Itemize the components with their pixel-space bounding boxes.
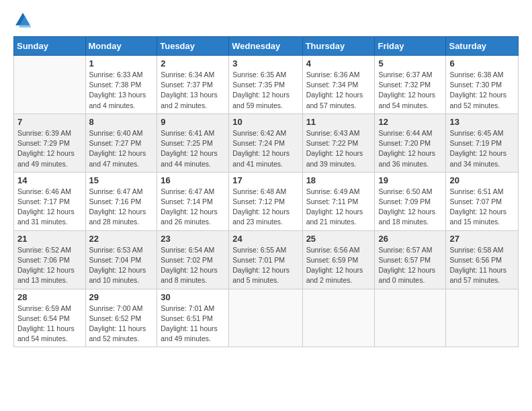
col-header-thursday: Thursday (302, 37, 375, 56)
calendar-cell: 14Sunrise: 6:46 AMSunset: 7:17 PMDayligh… (14, 172, 86, 230)
calendar-week-row: 14Sunrise: 6:46 AMSunset: 7:17 PMDayligh… (14, 172, 519, 230)
logo-icon (13, 11, 32, 30)
sun-info: Sunrise: 6:53 AMSunset: 7:04 PMDaylight:… (89, 245, 154, 286)
day-number: 30 (161, 292, 225, 302)
calendar-cell: 13Sunrise: 6:45 AMSunset: 7:19 PMDayligh… (446, 113, 519, 172)
header (13, 11, 519, 30)
calendar-cell: 16Sunrise: 6:47 AMSunset: 7:14 PMDayligh… (157, 172, 229, 230)
sun-info: Sunrise: 6:42 AMSunset: 7:24 PMDaylight:… (232, 128, 298, 169)
day-number: 13 (449, 117, 515, 127)
col-header-friday: Friday (375, 37, 446, 56)
calendar-header-row: SundayMondayTuesdayWednesdayThursdayFrid… (14, 37, 519, 56)
calendar-cell: 29Sunrise: 7:00 AMSunset: 6:52 PMDayligh… (85, 289, 157, 347)
sun-info: Sunrise: 6:40 AMSunset: 7:27 PMDaylight:… (89, 128, 154, 169)
sun-info: Sunrise: 6:52 AMSunset: 7:06 PMDaylight:… (17, 245, 82, 286)
day-number: 27 (449, 234, 515, 244)
day-number: 22 (89, 234, 154, 244)
calendar-cell (375, 289, 446, 347)
calendar-cell: 30Sunrise: 7:01 AMSunset: 6:51 PMDayligh… (157, 289, 229, 347)
calendar-cell: 25Sunrise: 6:56 AMSunset: 6:59 PMDayligh… (302, 230, 375, 289)
sun-info: Sunrise: 6:47 AMSunset: 7:14 PMDaylight:… (161, 187, 225, 228)
day-number: 9 (161, 117, 225, 127)
sun-info: Sunrise: 6:51 AMSunset: 7:07 PMDaylight:… (449, 187, 515, 228)
calendar-cell: 17Sunrise: 6:48 AMSunset: 7:12 PMDayligh… (229, 172, 302, 230)
day-number: 20 (449, 175, 515, 185)
sun-info: Sunrise: 6:45 AMSunset: 7:19 PMDaylight:… (449, 128, 515, 169)
day-number: 2 (161, 58, 225, 68)
day-number: 23 (161, 234, 225, 244)
calendar-cell: 12Sunrise: 6:44 AMSunset: 7:20 PMDayligh… (375, 113, 446, 172)
sun-info: Sunrise: 7:01 AMSunset: 6:51 PMDaylight:… (161, 304, 225, 345)
day-number: 16 (161, 175, 225, 185)
calendar-cell: 20Sunrise: 6:51 AMSunset: 7:07 PMDayligh… (446, 172, 519, 230)
calendar-cell: 6Sunrise: 6:38 AMSunset: 7:30 PMDaylight… (446, 56, 519, 114)
sun-info: Sunrise: 6:37 AMSunset: 7:32 PMDaylight:… (378, 70, 442, 111)
sun-info: Sunrise: 6:50 AMSunset: 7:09 PMDaylight:… (378, 187, 442, 228)
sun-info: Sunrise: 6:33 AMSunset: 7:38 PMDaylight:… (89, 70, 154, 111)
day-number: 26 (378, 234, 442, 244)
page: SundayMondayTuesdayWednesdayThursdayFrid… (0, 0, 532, 411)
sun-info: Sunrise: 6:49 AMSunset: 7:11 PMDaylight:… (306, 187, 371, 228)
day-number: 18 (306, 175, 371, 185)
sun-info: Sunrise: 6:55 AMSunset: 7:01 PMDaylight:… (232, 245, 298, 286)
sun-info: Sunrise: 6:48 AMSunset: 7:12 PMDaylight:… (232, 187, 298, 228)
calendar-cell: 1Sunrise: 6:33 AMSunset: 7:38 PMDaylight… (85, 56, 157, 114)
calendar: SundayMondayTuesdayWednesdayThursdayFrid… (13, 36, 519, 347)
day-number: 4 (306, 58, 371, 68)
day-number: 25 (306, 234, 371, 244)
calendar-week-row: 28Sunrise: 6:59 AMSunset: 6:54 PMDayligh… (14, 289, 519, 347)
sun-info: Sunrise: 7:00 AMSunset: 6:52 PMDaylight:… (89, 304, 154, 345)
sun-info: Sunrise: 6:59 AMSunset: 6:54 PMDaylight:… (17, 304, 82, 345)
sun-info: Sunrise: 6:36 AMSunset: 7:34 PMDaylight:… (306, 70, 371, 111)
day-number: 17 (232, 175, 298, 185)
day-number: 15 (89, 175, 154, 185)
day-number: 11 (306, 117, 371, 127)
day-number: 29 (89, 292, 154, 302)
day-number: 12 (378, 117, 442, 127)
calendar-cell (446, 289, 519, 347)
sun-info: Sunrise: 6:54 AMSunset: 7:02 PMDaylight:… (161, 245, 225, 286)
calendar-cell: 24Sunrise: 6:55 AMSunset: 7:01 PMDayligh… (229, 230, 302, 289)
sun-info: Sunrise: 6:35 AMSunset: 7:35 PMDaylight:… (232, 70, 298, 111)
sun-info: Sunrise: 6:57 AMSunset: 6:57 PMDaylight:… (378, 245, 442, 286)
col-header-saturday: Saturday (446, 37, 519, 56)
calendar-week-row: 1Sunrise: 6:33 AMSunset: 7:38 PMDaylight… (14, 56, 519, 114)
sun-info: Sunrise: 6:41 AMSunset: 7:25 PMDaylight:… (161, 128, 225, 169)
sun-info: Sunrise: 6:46 AMSunset: 7:17 PMDaylight:… (17, 187, 82, 228)
calendar-cell: 18Sunrise: 6:49 AMSunset: 7:11 PMDayligh… (302, 172, 375, 230)
day-number: 1 (89, 58, 154, 68)
day-number: 6 (449, 58, 515, 68)
day-number: 8 (89, 117, 154, 127)
day-number: 21 (17, 234, 82, 244)
sun-info: Sunrise: 6:38 AMSunset: 7:30 PMDaylight:… (449, 70, 515, 111)
sun-info: Sunrise: 6:56 AMSunset: 6:59 PMDaylight:… (306, 245, 371, 286)
day-number: 10 (232, 117, 298, 127)
calendar-cell: 3Sunrise: 6:35 AMSunset: 7:35 PMDaylight… (229, 56, 302, 114)
day-number: 24 (232, 234, 298, 244)
sun-info: Sunrise: 6:47 AMSunset: 7:16 PMDaylight:… (89, 187, 154, 228)
calendar-cell: 10Sunrise: 6:42 AMSunset: 7:24 PMDayligh… (229, 113, 302, 172)
calendar-cell: 11Sunrise: 6:43 AMSunset: 7:22 PMDayligh… (302, 113, 375, 172)
day-number: 28 (17, 292, 82, 302)
sun-info: Sunrise: 6:44 AMSunset: 7:20 PMDaylight:… (378, 128, 442, 169)
calendar-cell: 21Sunrise: 6:52 AMSunset: 7:06 PMDayligh… (14, 230, 86, 289)
day-number: 7 (17, 117, 82, 127)
calendar-cell (229, 289, 302, 347)
calendar-cell: 28Sunrise: 6:59 AMSunset: 6:54 PMDayligh… (14, 289, 86, 347)
calendar-week-row: 21Sunrise: 6:52 AMSunset: 7:06 PMDayligh… (14, 230, 519, 289)
calendar-week-row: 7Sunrise: 6:39 AMSunset: 7:29 PMDaylight… (14, 113, 519, 172)
day-number: 5 (378, 58, 442, 68)
calendar-cell: 23Sunrise: 6:54 AMSunset: 7:02 PMDayligh… (157, 230, 229, 289)
day-number: 19 (378, 175, 442, 185)
calendar-cell (14, 56, 86, 114)
calendar-cell: 5Sunrise: 6:37 AMSunset: 7:32 PMDaylight… (375, 56, 446, 114)
col-header-tuesday: Tuesday (157, 37, 229, 56)
calendar-cell: 22Sunrise: 6:53 AMSunset: 7:04 PMDayligh… (85, 230, 157, 289)
calendar-cell: 8Sunrise: 6:40 AMSunset: 7:27 PMDaylight… (85, 113, 157, 172)
calendar-cell (302, 289, 375, 347)
sun-info: Sunrise: 6:34 AMSunset: 7:37 PMDaylight:… (161, 70, 225, 111)
day-number: 3 (232, 58, 298, 68)
sun-info: Sunrise: 6:39 AMSunset: 7:29 PMDaylight:… (17, 128, 82, 169)
col-header-monday: Monday (85, 37, 157, 56)
sun-info: Sunrise: 6:58 AMSunset: 6:56 PMDaylight:… (449, 245, 515, 286)
